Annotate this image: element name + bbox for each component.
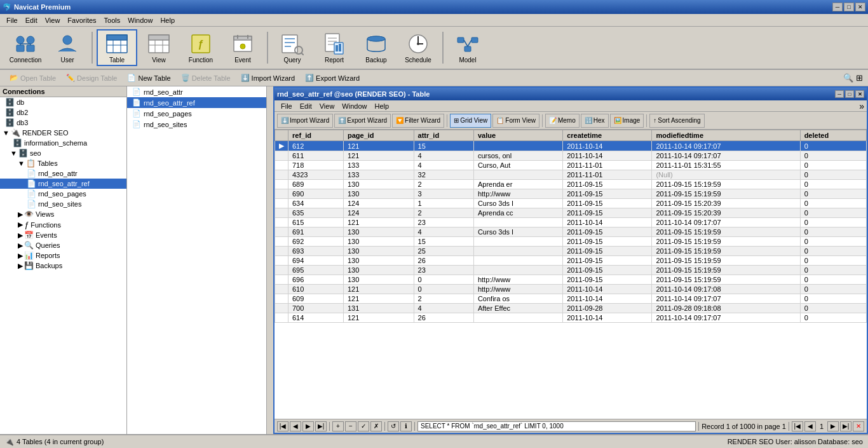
nav-cross-button[interactable]: ✗ — [370, 421, 382, 431]
cell-value[interactable]: cursos, onl — [473, 151, 562, 161]
cell-attr-id[interactable]: 4 — [414, 304, 473, 313]
cell-attr-id[interactable]: 15 — [414, 237, 473, 247]
cell-deleted[interactable]: 0 — [800, 189, 866, 199]
cell-value[interactable]: Aprenda cc — [473, 208, 562, 218]
cell-attr-id[interactable]: 3 — [414, 189, 473, 199]
cell-value[interactable]: Curso 3ds I — [473, 199, 562, 208]
cell-attr-id[interactable]: 26 — [414, 313, 473, 323]
cell-page-id[interactable]: 131 — [344, 304, 414, 313]
cell-value[interactable]: After Effec — [473, 304, 562, 313]
cell-page-id[interactable]: 133 — [344, 161, 414, 170]
toolbar-query[interactable]: Query — [272, 29, 313, 66]
cell-deleted[interactable]: 0 — [800, 237, 866, 247]
table-row[interactable]: ▶ 612 121 15 2011-10-14 2011-10-14 09:17… — [275, 141, 867, 151]
toolbar-model[interactable]: Model — [447, 29, 488, 66]
cell-modiefiedtime[interactable]: 2011-10-14 09:17:07 — [652, 151, 800, 161]
cell-page-id[interactable]: 121 — [344, 141, 414, 151]
minimize-button[interactable]: ─ — [832, 3, 843, 11]
cell-deleted[interactable]: 0 — [800, 275, 866, 285]
cell-createtime[interactable]: 2011-10-14 — [563, 141, 652, 151]
nav-next-button[interactable]: ▶ — [302, 421, 314, 431]
table-row[interactable]: 694 130 26 2011-09-15 2011-09-15 15:19:5… — [275, 256, 867, 266]
cell-ref-id[interactable]: 689 — [288, 180, 344, 189]
cell-deleted[interactable]: 0 — [800, 161, 866, 170]
inner-maximize-button[interactable]: □ — [845, 90, 854, 98]
sidebar-item-seo[interactable]: ▼ 🗄️ seo — [0, 148, 126, 158]
sidebar-item-rnd-seo-attr-ref[interactable]: 📄 rnd_seo_attr_ref — [0, 179, 126, 189]
table-row[interactable]: 634 124 1 Curso 3ds I 2011-09-15 2011-09… — [275, 199, 867, 208]
sidebar-item-reports[interactable]: ▶ 📊 Reports — [0, 250, 126, 261]
menu-edit[interactable]: Edit — [22, 15, 41, 25]
cell-ref-id[interactable]: 696 — [288, 275, 344, 285]
cell-createtime[interactable]: 2011-09-15 — [563, 199, 652, 208]
inner-expand-button[interactable]: » — [859, 101, 864, 111]
inner-close-button[interactable]: ✕ — [855, 90, 864, 98]
cell-modiefiedtime[interactable]: 2011-10-14 09:17:08 — [652, 285, 800, 294]
cell-attr-id[interactable]: 4 — [414, 161, 473, 170]
col-createtime[interactable]: createtime — [563, 130, 652, 141]
cell-createtime[interactable]: 2011-09-15 — [563, 275, 652, 285]
menu-favorites[interactable]: Favorites — [64, 15, 100, 25]
cell-ref-id[interactable]: 614 — [288, 313, 344, 323]
cell-attr-id[interactable]: 4 — [414, 227, 473, 237]
cell-deleted[interactable]: 0 — [800, 285, 866, 294]
cell-page-id[interactable]: 121 — [344, 294, 414, 304]
sidebar-item-views[interactable]: ▶ 👁️ Views — [0, 209, 126, 219]
cell-modiefiedtime[interactable]: 2011-09-15 15:20:39 — [652, 208, 800, 218]
cell-page-id[interactable]: 130 — [344, 180, 414, 189]
cell-ref-id[interactable]: 611 — [288, 151, 344, 161]
menu-file[interactable]: File — [3, 15, 22, 25]
toolbar-event[interactable]: Event — [222, 29, 263, 66]
inner-minimize-button[interactable]: ─ — [835, 90, 844, 98]
table-list-item-rnd-seo-attr-ref[interactable]: 📄 rnd_seo_attr_ref — [127, 97, 266, 108]
cell-ref-id[interactable]: 4323 — [288, 170, 344, 180]
cell-value[interactable]: http://www — [473, 189, 562, 199]
table-row[interactable]: 693 130 25 2011-09-15 2011-09-15 15:19:5… — [275, 247, 867, 256]
inner-image-button[interactable]: 🖼️ Image — [610, 114, 644, 128]
maximize-button[interactable]: □ — [844, 3, 854, 11]
cell-ref-id[interactable]: 690 — [288, 189, 344, 199]
inner-export-wizard-button[interactable]: ⬆️ Export Wizard — [334, 114, 391, 128]
menu-tools[interactable]: Tools — [100, 15, 125, 25]
cell-page-id[interactable]: 121 — [344, 313, 414, 323]
inner-form-view-button[interactable]: 📋 Form View — [492, 114, 539, 128]
col-modiefiedtime[interactable]: modiefiedtime — [652, 130, 800, 141]
cell-value[interactable] — [473, 141, 562, 151]
nav-page-first-button[interactable]: |◀ — [792, 421, 803, 431]
table-row[interactable]: 692 130 15 2011-09-15 2011-09-15 15:19:5… — [275, 237, 867, 247]
table-list-item-rnd-seo-sites[interactable]: 📄 rnd_seo_sites — [127, 119, 266, 130]
cell-deleted[interactable]: 0 — [800, 227, 866, 237]
nav-add-button[interactable]: + — [332, 421, 344, 431]
cell-attr-id[interactable]: 23 — [414, 266, 473, 275]
sidebar-item-backups[interactable]: ▶ 💾 Backups — [0, 261, 126, 271]
table-row[interactable]: 611 121 4 cursos, onl 2011-10-14 2011-10… — [275, 151, 867, 161]
delete-table-button[interactable]: 🗑️ Delete Table — [177, 71, 235, 85]
cell-modiefiedtime[interactable]: 2011-09-15 15:19:59 — [652, 227, 800, 237]
cell-createtime[interactable]: 2011-11-01 — [563, 161, 652, 170]
cell-page-id[interactable]: 130 — [344, 189, 414, 199]
sidebar-item-rnd-seo-pages[interactable]: 📄 rnd_seo_pages — [0, 189, 126, 199]
cell-value[interactable]: Aprenda er — [473, 180, 562, 189]
sidebar-item-rnd-seo-sites[interactable]: 📄 rnd_seo_sites — [0, 199, 126, 209]
cell-value[interactable] — [473, 170, 562, 180]
cell-deleted[interactable]: 0 — [800, 151, 866, 161]
nav-info-button[interactable]: ℹ — [400, 421, 412, 431]
cell-createtime[interactable]: 2011-09-15 — [563, 208, 652, 218]
cell-attr-id[interactable]: 26 — [414, 256, 473, 266]
inner-memo-button[interactable]: 📝 Memo — [545, 114, 580, 128]
cell-ref-id[interactable]: 700 — [288, 304, 344, 313]
cell-attr-id[interactable]: 2 — [414, 294, 473, 304]
cell-createtime[interactable]: 2011-09-15 — [563, 247, 652, 256]
cell-ref-id[interactable]: 610 — [288, 285, 344, 294]
sidebar-item-tables[interactable]: ▼ 📋 Tables — [0, 158, 126, 168]
inner-import-wizard-button[interactable]: ⬇️ Import Wizard — [277, 114, 333, 128]
toolbar-function[interactable]: ƒ Function — [180, 29, 221, 66]
open-table-button[interactable]: 📂 Open Table — [5, 71, 60, 85]
table-row[interactable]: 614 121 26 2011-10-14 2011-10-14 09:17:0… — [275, 313, 867, 323]
col-deleted[interactable]: deleted — [800, 130, 866, 141]
cell-createtime[interactable]: 2011-10-14 — [563, 294, 652, 304]
inner-filter-wizard-button[interactable]: 🔽 Filter Wizard — [392, 114, 444, 128]
sidebar-item-render-seo[interactable]: ▼ 🔌 RENDER SEO — [0, 128, 126, 138]
inner-menu-help[interactable]: Help — [370, 102, 393, 111]
cell-ref-id[interactable]: 695 — [288, 266, 344, 275]
